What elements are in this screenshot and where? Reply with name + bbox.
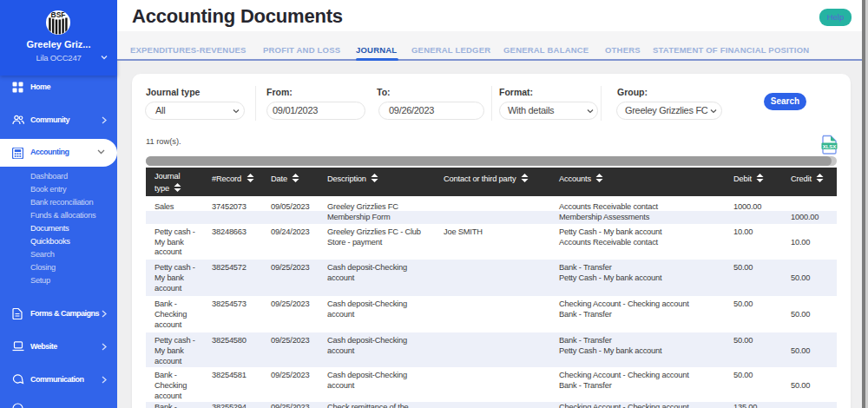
svg-text:XLSX: XLSX: [823, 144, 837, 149]
